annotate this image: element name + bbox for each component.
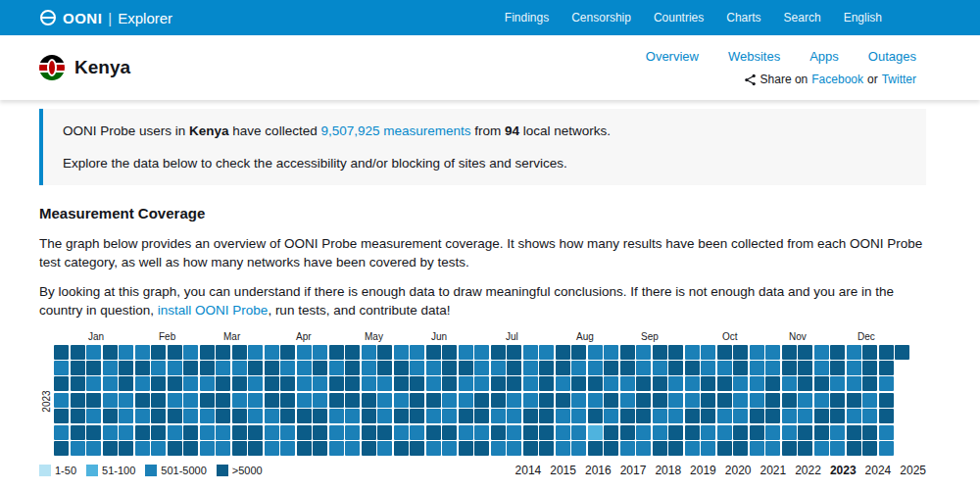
heatmap-cell[interactable] <box>604 441 618 456</box>
heatmap-cell[interactable] <box>426 393 441 408</box>
heatmap-cell[interactable] <box>362 361 376 375</box>
heatmap-cell[interactable] <box>459 393 473 408</box>
heatmap-cell[interactable] <box>71 425 85 440</box>
year-2020[interactable]: 2020 <box>725 464 752 477</box>
heatmap-cell[interactable] <box>733 345 748 360</box>
heatmap-cell[interactable] <box>733 441 748 456</box>
heatmap-cell[interactable] <box>329 376 344 391</box>
heatmap-cell[interactable] <box>717 425 732 440</box>
heatmap-cell[interactable] <box>507 393 521 408</box>
heatmap-cell[interactable] <box>54 361 69 375</box>
heatmap-cell[interactable] <box>329 441 344 456</box>
heatmap-cell[interactable] <box>71 393 85 408</box>
heatmap-cell[interactable] <box>103 345 118 360</box>
heatmap-cell[interactable] <box>588 376 603 391</box>
heatmap-cell[interactable] <box>280 425 295 440</box>
heatmap-cell[interactable] <box>86 361 101 375</box>
heatmap-cell[interactable] <box>653 409 667 423</box>
heatmap-cell[interactable] <box>410 376 424 391</box>
heatmap-cell[interactable] <box>491 425 506 440</box>
heatmap-cell[interactable] <box>103 376 118 391</box>
heatmap-cell[interactable] <box>459 409 473 423</box>
heatmap-cell[interactable] <box>345 361 360 375</box>
heatmap-cell[interactable] <box>103 393 118 408</box>
heatmap-cell[interactable] <box>571 345 586 360</box>
heatmap-cell[interactable] <box>329 393 344 408</box>
heatmap-cell[interactable] <box>862 441 877 456</box>
year-2016[interactable]: 2016 <box>585 464 612 477</box>
heatmap-cell[interactable] <box>653 345 667 360</box>
heatmap-cell[interactable] <box>556 345 570 360</box>
heatmap-cell[interactable] <box>523 361 538 375</box>
heatmap-cell[interactable] <box>442 425 457 440</box>
heatmap-cell[interactable] <box>151 393 166 408</box>
heatmap-cell[interactable] <box>474 376 489 391</box>
heatmap-cell[interactable] <box>765 376 780 391</box>
nav-item-charts[interactable]: Charts <box>726 11 760 25</box>
heatmap-cell[interactable] <box>685 376 700 391</box>
heatmap-cell[interactable] <box>297 393 312 408</box>
heatmap-cell[interactable] <box>750 425 764 440</box>
heatmap-cell[interactable] <box>345 376 360 391</box>
heatmap-cell[interactable] <box>620 361 635 375</box>
heatmap-cell[interactable] <box>200 393 215 408</box>
heatmap-cell[interactable] <box>151 376 166 391</box>
heatmap-cell[interactable] <box>620 393 635 408</box>
heatmap-cell[interactable] <box>426 376 441 391</box>
heatmap-cell[interactable] <box>265 425 279 440</box>
heatmap-cell[interactable] <box>491 345 506 360</box>
heatmap-cell[interactable] <box>394 425 409 440</box>
heatmap-cell[interactable] <box>750 441 764 456</box>
heatmap-cell[interactable] <box>232 376 247 391</box>
heatmap-cell[interactable] <box>183 361 198 375</box>
heatmap-cell[interactable] <box>54 393 69 408</box>
heatmap-cell[interactable] <box>103 361 118 375</box>
heatmap-cell[interactable] <box>200 409 215 423</box>
heatmap-cell[interactable] <box>119 376 133 391</box>
heatmap-cell[interactable] <box>345 393 360 408</box>
heatmap-cell[interactable] <box>71 361 85 375</box>
heatmap-cell[interactable] <box>668 376 683 391</box>
heatmap-cell[interactable] <box>119 425 133 440</box>
heatmap-cell[interactable] <box>71 345 85 360</box>
heatmap-cell[interactable] <box>151 361 166 375</box>
heatmap-cell[interactable] <box>814 345 829 360</box>
heatmap-cell[interactable] <box>668 441 683 456</box>
heatmap-cell[interactable] <box>168 441 182 456</box>
measurements-count-link[interactable]: 9,507,925 measurements <box>320 123 470 138</box>
heatmap-cell[interactable] <box>362 393 376 408</box>
year-2014[interactable]: 2014 <box>515 464 542 477</box>
heatmap-cell[interactable] <box>571 425 586 440</box>
heatmap-cell[interactable] <box>313 425 327 440</box>
heatmap-cell[interactable] <box>410 409 424 423</box>
heatmap-cell[interactable] <box>426 409 441 423</box>
heatmap-cell[interactable] <box>377 393 392 408</box>
heatmap-cell[interactable] <box>685 345 700 360</box>
heatmap-cell[interactable] <box>830 361 845 375</box>
heatmap-cell[interactable] <box>265 345 279 360</box>
heatmap-cell[interactable] <box>119 409 133 423</box>
heatmap-cell[interactable] <box>539 425 554 440</box>
heatmap-cell[interactable] <box>265 376 279 391</box>
heatmap-cell[interactable] <box>830 441 845 456</box>
heatmap-cell[interactable] <box>604 376 618 391</box>
heatmap-cell[interactable] <box>507 409 521 423</box>
heatmap-cell[interactable] <box>232 393 247 408</box>
heatmap-cell[interactable] <box>216 376 230 391</box>
heatmap-cell[interactable] <box>653 393 667 408</box>
heatmap-cell[interactable] <box>588 409 603 423</box>
heatmap-cell[interactable] <box>588 425 603 440</box>
heatmap-cell[interactable] <box>830 393 845 408</box>
heatmap-cell[interactable] <box>216 361 230 375</box>
heatmap-cell[interactable] <box>701 409 715 423</box>
heatmap-cell[interactable] <box>232 345 247 360</box>
heatmap-cell[interactable] <box>135 376 150 391</box>
heatmap-cell[interactable] <box>168 376 182 391</box>
heatmap-cell[interactable] <box>604 393 618 408</box>
heatmap-cell[interactable] <box>410 345 424 360</box>
year-2022[interactable]: 2022 <box>795 464 821 477</box>
heatmap-cell[interactable] <box>362 425 376 440</box>
heatmap-cell[interactable] <box>765 409 780 423</box>
heatmap-cell[interactable] <box>459 376 473 391</box>
heatmap-cell[interactable] <box>879 376 894 391</box>
